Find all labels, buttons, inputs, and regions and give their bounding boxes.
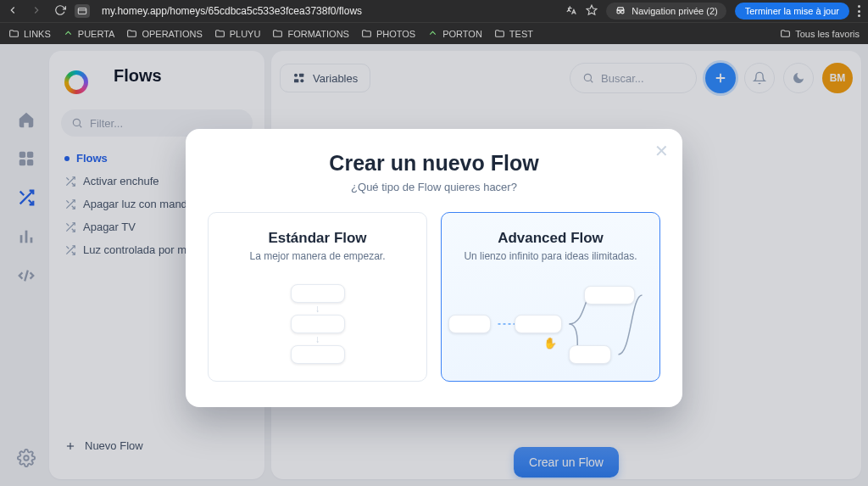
site-info-icon[interactable] xyxy=(75,4,90,18)
svg-rect-0 xyxy=(78,8,86,14)
address-bar[interactable]: my.homey.app/homeys/65cdbca5c533e3fcea37… xyxy=(102,5,362,17)
bookmark-porton[interactable]: PORTON xyxy=(427,28,482,39)
bookmark-operations[interactable]: OPERATIONS xyxy=(126,28,202,39)
browser-toolbar: my.homey.app/homeys/65cdbca5c533e3fcea37… xyxy=(0,0,868,22)
bookmark-formations[interactable]: FORMATIONS xyxy=(272,28,349,39)
advanced-flow-card[interactable]: Advanced Flow Un lienzo infinito para id… xyxy=(441,212,660,382)
create-flow-modal: ✕ Crear un nuevo Flow ¿Qué tipo de Flow … xyxy=(186,129,682,407)
browser-menu-icon[interactable] xyxy=(858,5,861,17)
modal-subtitle: ¿Qué tipo de Flow quieres hacer? xyxy=(208,181,660,193)
incognito-label: Navigation privée (2) xyxy=(632,6,718,16)
incognito-badge[interactable]: Navigation privée (2) xyxy=(606,3,726,20)
advanced-flow-title: Advanced Flow xyxy=(455,230,646,247)
standard-flow-card[interactable]: Estándar Flow La mejor manera de empezar… xyxy=(208,212,427,382)
standard-flow-title: Estándar Flow xyxy=(222,230,413,247)
update-button[interactable]: Terminer la mise à jour xyxy=(735,3,849,20)
svg-point-4 xyxy=(621,10,625,14)
advanced-flow-desc: Un lienzo infinito para ideas ilimitadas… xyxy=(455,250,646,262)
modal-backdrop[interactable]: ✕ Crear un nuevo Flow ¿Qué tipo de Flow … xyxy=(0,44,868,486)
bookmarks-bar: LINKS PUERTA OPERATIONS PLUYU FORMATIONS… xyxy=(0,22,868,44)
cursor-icon: ✋ xyxy=(543,337,557,349)
modal-title: Crear un nuevo Flow xyxy=(208,151,660,176)
reload-icon[interactable] xyxy=(54,4,66,19)
standard-flow-illustration: ↓ ↓ xyxy=(209,284,426,369)
bookmark-test[interactable]: TEST xyxy=(494,28,533,39)
back-icon[interactable] xyxy=(7,4,19,19)
url-text: my.homey.app/homeys/65cdbca5c533e3fcea37… xyxy=(102,5,362,17)
close-icon[interactable]: ✕ xyxy=(654,141,669,161)
translate-icon[interactable] xyxy=(565,4,577,19)
forward-icon[interactable] xyxy=(31,4,42,19)
bookmark-photos[interactable]: PHOTOS xyxy=(361,28,415,39)
svg-point-3 xyxy=(617,10,620,14)
bookmark-puerta[interactable]: PUERTA xyxy=(63,28,115,39)
app-root: Flows Filter... Flows Activar enchufe Ap… xyxy=(0,44,868,486)
bookmark-links[interactable]: LINKS xyxy=(8,28,51,39)
advanced-flow-illustration: ✋ xyxy=(442,284,659,369)
bookmark-star-icon[interactable] xyxy=(586,4,598,19)
svg-marker-2 xyxy=(587,5,597,14)
standard-flow-desc: La mejor manera de empezar. xyxy=(222,250,413,262)
bookmark-pluyu[interactable]: PLUYU xyxy=(214,28,261,39)
all-bookmarks[interactable]: Tous les favoris xyxy=(780,28,860,39)
